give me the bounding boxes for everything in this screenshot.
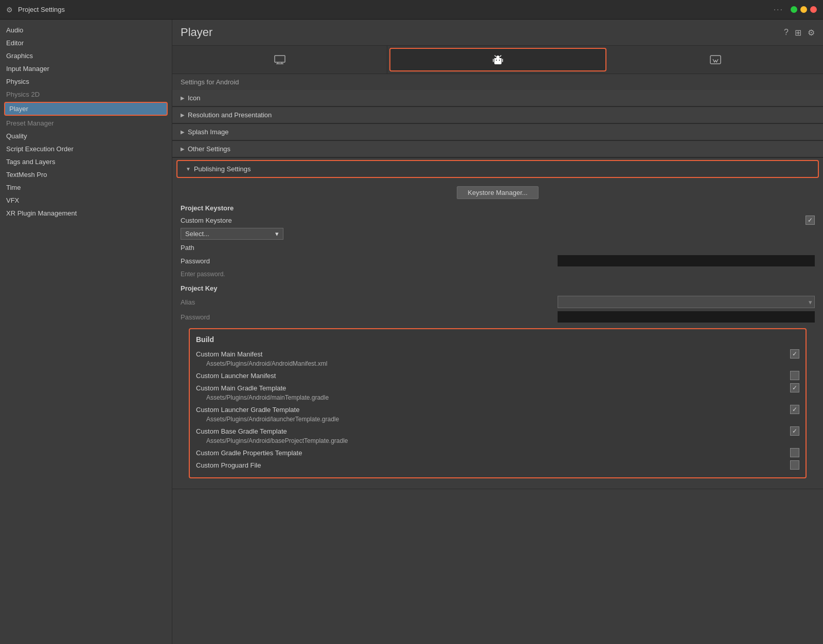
sidebar-item-physics-2d[interactable]: Physics 2D — [0, 88, 172, 101]
custom-keystore-checkbox[interactable]: ✓ — [806, 216, 815, 225]
custom-launcher-gradle-checkbox[interactable]: ✓ — [790, 405, 799, 414]
arrow-right-icon: ▶ — [181, 146, 185, 152]
publishing-content: Keystore Manager... Project Keystore Cus… — [172, 180, 823, 489]
sidebar-item-script-execution-order[interactable]: Script Execution Order — [0, 142, 172, 155]
custom-launcher-gradle-label: Custom Launcher Gradle Template — [196, 406, 790, 414]
page-title: Player — [181, 26, 212, 39]
section-splash-label: Splash Image — [188, 128, 229, 136]
help-icon[interactable]: ? — [784, 28, 789, 37]
settings-icon: ⚙ — [6, 6, 13, 14]
project-keystore-title: Project Keystore — [181, 204, 815, 212]
build-title: Build — [196, 335, 799, 344]
enter-password-hint-row: Enter password. — [181, 268, 815, 280]
platform-tabs — [172, 46, 823, 74]
path-row: Path — [181, 241, 815, 254]
build-row-custom-launcher-manifest: Custom Launcher Manifest — [196, 369, 799, 382]
custom-launcher-manifest-label: Custom Launcher Manifest — [196, 372, 790, 380]
enter-password-hint: Enter password. — [181, 271, 225, 278]
sidebar-item-quality[interactable]: Quality — [0, 130, 172, 142]
svg-rect-0 — [275, 56, 285, 62]
build-row-custom-base-gradle: Custom Base Gradle Template ✓ — [196, 425, 799, 437]
minimize-button[interactable] — [800, 6, 807, 13]
sidebar-item-vfx[interactable]: VFX — [0, 194, 172, 207]
custom-base-gradle-checkbox[interactable]: ✓ — [790, 426, 799, 436]
custom-main-manifest-checkbox[interactable]: ✓ — [790, 349, 799, 359]
password-row: Password — [181, 254, 815, 268]
alias-row: Alias ▾ — [181, 294, 815, 310]
password-field[interactable] — [558, 255, 815, 266]
more-icon: ··· — [774, 5, 783, 14]
custom-keystore-row: Custom Keystore ✓ — [181, 214, 815, 226]
sidebar-item-input-manager[interactable]: Input Manager — [0, 62, 172, 75]
custom-main-gradle-label: Custom Main Gradle Template — [196, 384, 790, 392]
custom-launcher-gradle-path: Assets/Plugins/Android/launcherTemplate.… — [196, 416, 799, 425]
dropdown-label: Select... — [185, 230, 209, 238]
sidebar-item-textmesh-pro[interactable]: TextMesh Pro — [0, 168, 172, 181]
key-password-field[interactable] — [558, 311, 815, 323]
custom-base-gradle-label: Custom Base Gradle Template — [196, 427, 790, 435]
tab-webgl[interactable] — [609, 46, 823, 74]
sidebar-item-editor[interactable]: Editor — [0, 37, 172, 49]
svg-point-4 — [496, 60, 497, 61]
sidebar-item-time[interactable]: Time — [0, 181, 172, 194]
tab-desktop[interactable] — [172, 46, 387, 74]
build-section: Build Custom Main Manifest ✓ Assets/Plug… — [189, 328, 807, 478]
section-icon-label: Icon — [188, 94, 201, 102]
section-header-publishing[interactable]: ▼ Publishing Settings — [176, 160, 819, 178]
custom-main-manifest-label: Custom Main Manifest — [196, 350, 790, 358]
content-header: Player ? ⊞ ⚙ — [172, 20, 823, 46]
section-publishing-label: Publishing Settings — [194, 165, 251, 173]
custom-launcher-manifest-checkbox[interactable] — [790, 371, 799, 380]
keystore-select-dropdown[interactable]: Select... ▾ — [181, 228, 283, 240]
section-publishing: ▼ Publishing Settings Keystore Manager..… — [172, 160, 823, 489]
sidebar-item-physics[interactable]: Physics — [0, 75, 172, 88]
keystore-manager-button[interactable]: Keystore Manager... — [457, 186, 538, 199]
main-layout: Audio Editor Graphics Input Manager Phys… — [0, 20, 823, 644]
alias-dropdown[interactable]: ▾ — [558, 296, 815, 308]
arrow-right-icon: ▶ — [181, 95, 185, 101]
sidebar-item-preset-manager[interactable]: Preset Manager — [0, 117, 172, 130]
content-area: Player ? ⊞ ⚙ — [172, 20, 823, 644]
custom-gradle-properties-checkbox[interactable] — [790, 448, 799, 457]
section-icon: ▶ Icon — [172, 90, 823, 107]
alias-chevron-icon: ▾ — [809, 298, 812, 306]
svg-rect-10 — [710, 56, 721, 64]
maximize-button[interactable] — [791, 6, 797, 13]
titlebar: ⚙ Project Settings ··· — [0, 0, 823, 20]
keystore-btn-row: Keystore Manager... — [181, 186, 815, 199]
close-button[interactable] — [810, 6, 817, 13]
section-header-other[interactable]: ▶ Other Settings — [172, 141, 823, 157]
custom-gradle-properties-label: Custom Gradle Properties Template — [196, 449, 790, 457]
sidebar: Audio Editor Graphics Input Manager Phys… — [0, 20, 172, 644]
custom-main-gradle-checkbox[interactable]: ✓ — [790, 383, 799, 392]
tab-android[interactable] — [389, 48, 606, 71]
key-password-label: Password — [181, 313, 558, 321]
svg-line-8 — [495, 56, 496, 57]
section-resolution-label: Resolution and Presentation — [188, 111, 272, 119]
layout-icon[interactable]: ⊞ — [795, 28, 801, 38]
sidebar-item-tags-and-layers[interactable]: Tags and Layers — [0, 155, 172, 168]
custom-keystore-label: Custom Keystore — [181, 217, 806, 224]
project-key-title: Project Key — [181, 284, 815, 292]
build-row-custom-main-gradle: Custom Main Gradle Template ✓ — [196, 382, 799, 394]
sidebar-item-graphics[interactable]: Graphics — [0, 49, 172, 62]
gear-icon[interactable]: ⚙ — [808, 28, 815, 38]
alias-label: Alias — [181, 298, 558, 306]
arrow-right-icon: ▶ — [181, 129, 185, 135]
arrow-right-icon: ▶ — [181, 112, 185, 118]
svg-point-5 — [499, 60, 500, 61]
custom-proguard-label: Custom Proguard File — [196, 461, 790, 469]
section-other: ▶ Other Settings — [172, 141, 823, 158]
chevron-down-icon: ▾ — [275, 230, 279, 238]
path-label: Path — [181, 244, 815, 252]
section-header-resolution[interactable]: ▶ Resolution and Presentation — [172, 107, 823, 123]
custom-main-gradle-path: Assets/Plugins/Android/mainTemplate.grad… — [196, 394, 799, 403]
sidebar-item-xr-plugin-management[interactable]: XR Plugin Management — [0, 207, 172, 220]
sidebar-item-audio[interactable]: Audio — [0, 24, 172, 37]
section-header-icon[interactable]: ▶ Icon — [172, 90, 823, 106]
sidebar-item-player[interactable]: Player — [4, 102, 168, 116]
custom-proguard-checkbox[interactable] — [790, 460, 799, 470]
section-splash: ▶ Splash Image — [172, 124, 823, 141]
section-header-splash[interactable]: ▶ Splash Image — [172, 124, 823, 140]
custom-base-gradle-path: Assets/Plugins/Android/baseProjectTempla… — [196, 437, 799, 446]
